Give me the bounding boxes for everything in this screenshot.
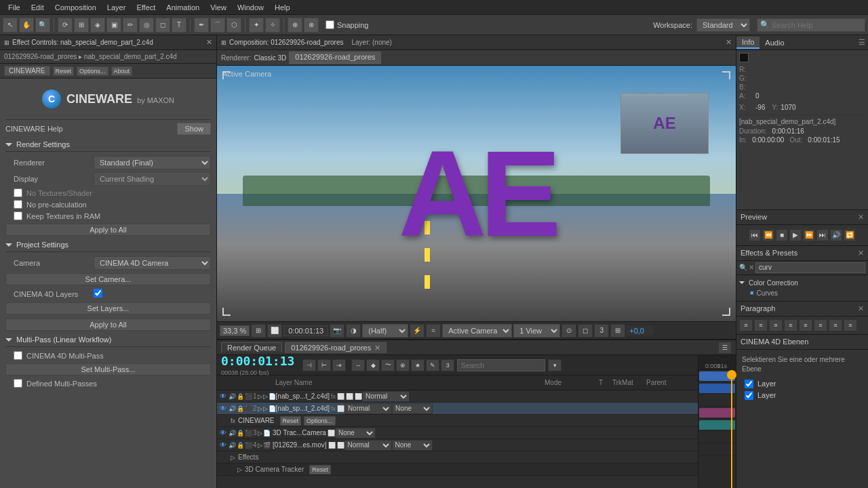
toggle-overlays-btn[interactable]: ⊙ xyxy=(561,324,576,338)
align-right-btn[interactable]: ≡ xyxy=(769,319,783,331)
layer-4-lock-icon[interactable]: 🔒 xyxy=(237,442,244,449)
menu-edit[interactable]: Edit xyxy=(26,2,50,13)
puppet-btn[interactable]: ✦ xyxy=(249,18,264,33)
tl-3d-btn[interactable]: 3 xyxy=(441,359,454,371)
layer-2-audio-icon[interactable]: 🔊 xyxy=(229,405,236,412)
layer-3-vis-icon[interactable]: 👁 xyxy=(218,429,228,436)
eraser-btn[interactable]: ◻ xyxy=(155,18,170,33)
color-correction-category[interactable]: Color Correction xyxy=(739,278,865,288)
tl-mask-btn[interactable]: ⊕ xyxy=(396,359,410,371)
snapping-check[interactable]: Snapping xyxy=(326,20,369,29)
layer-1-expand-icon[interactable]: ▷ xyxy=(263,393,268,400)
justify-btn[interactable]: ≡ xyxy=(784,319,797,331)
panel-close-btn[interactable]: ✕ xyxy=(206,38,212,47)
justify-right-btn[interactable]: ≡ xyxy=(829,319,842,331)
renderer-select[interactable]: Standard (Final) xyxy=(94,156,211,169)
set-camera-btn[interactable]: Set Camera... xyxy=(5,273,211,285)
snapshot-btn[interactable]: 📷 xyxy=(330,324,344,338)
justify-all-btn[interactable]: ≡ xyxy=(799,319,812,331)
info-tab[interactable]: Info xyxy=(736,37,760,49)
tl-paint-btn[interactable]: ✎ xyxy=(426,359,439,371)
help-show-btn[interactable]: Show xyxy=(177,123,211,135)
prev-play-btn[interactable]: ▶ xyxy=(789,229,802,241)
prev-stop-btn[interactable]: ■ xyxy=(776,229,788,241)
prev-audio-btn[interactable]: 🔊 xyxy=(830,229,842,241)
prev-last-btn[interactable]: ⏭ xyxy=(816,229,829,241)
justify-center-btn[interactable]: ≡ xyxy=(844,319,857,331)
set-multipass-btn[interactable]: Set Multi-Pass... xyxy=(5,363,211,375)
3d-btn[interactable]: 3 xyxy=(594,324,609,338)
tl-search-dropdown-btn[interactable]: ▾ xyxy=(548,359,561,371)
layer-4-mode-select[interactable]: Normal xyxy=(344,440,392,451)
comp-tab[interactable]: 012629926-road_prores xyxy=(289,52,381,64)
snapping-checkbox[interactable] xyxy=(326,20,334,29)
no-textures-check[interactable] xyxy=(14,188,22,197)
cineware-reset-btn[interactable]: Reset xyxy=(280,416,302,426)
menu-file[interactable]: File xyxy=(3,2,26,13)
c4d-layers-check[interactable] xyxy=(94,289,102,298)
set-layers-btn[interactable]: Set Layers... xyxy=(5,302,211,314)
audio-tab[interactable]: Audio xyxy=(760,37,789,48)
no-precalc-check[interactable] xyxy=(14,200,22,209)
layer-4-vis-icon[interactable]: 👁 xyxy=(218,441,228,449)
type-btn[interactable]: T xyxy=(172,18,186,33)
layer-2-solo-icon[interactable]: ▷ xyxy=(258,405,262,412)
tl-motion-btn[interactable]: ↔ xyxy=(351,359,365,371)
fast-preview-btn[interactable]: ⚡ xyxy=(410,324,425,338)
layer-3-lock-icon[interactable]: 🔒 xyxy=(237,430,244,436)
display-select[interactable]: Current Shading xyxy=(94,172,211,186)
layer-4-parent-select[interactable]: None xyxy=(392,440,433,451)
tracker-reset-btn[interactable]: Reset xyxy=(309,465,331,474)
layer-2-parent-select[interactable]: None xyxy=(392,403,433,414)
quality-select[interactable]: (Half) Full Quarter xyxy=(362,324,408,338)
c4d-layer-1-check[interactable] xyxy=(745,380,753,388)
tl-menu-btn[interactable]: ☰ xyxy=(718,342,732,354)
zoom-tool-btn[interactable]: 🔍 xyxy=(35,18,50,33)
prev-fwd-btn[interactable]: ⏩ xyxy=(803,229,815,241)
hand-tool-btn[interactable]: ✋ xyxy=(19,18,34,33)
keep-textures-check[interactable] xyxy=(14,211,22,220)
paint-btn[interactable]: ✏ xyxy=(123,18,138,33)
layer-1-solo-icon[interactable]: ▷ xyxy=(258,393,262,400)
tl-effect-btn[interactable]: ★ xyxy=(411,359,425,371)
workspace-select[interactable]: Standard All Panels Minimal xyxy=(696,18,750,32)
effects-triangle-icon[interactable]: ▷ xyxy=(231,454,235,461)
comp-close-btn[interactable]: ✕ xyxy=(726,38,732,47)
prev-loop-btn[interactable]: 🔁 xyxy=(844,229,856,241)
grid-btn[interactable]: ⊞ xyxy=(251,324,266,338)
apply-all-btn-2[interactable]: Apply to All xyxy=(5,319,211,331)
menu-window[interactable]: Window xyxy=(232,2,269,13)
layer-4-expand-icon[interactable]: ▷ xyxy=(258,442,262,449)
menu-layer[interactable]: Layer xyxy=(102,2,132,13)
menu-animation[interactable]: Animation xyxy=(161,2,205,13)
cineware-options-btn[interactable]: Options... xyxy=(304,416,336,426)
tl-in-btn[interactable]: ⊣ xyxy=(302,359,316,371)
magnet-btn[interactable]: ⊕ xyxy=(288,18,302,33)
c4d-multipass-check[interactable] xyxy=(14,351,22,360)
layer-3-audio-icon[interactable]: 🔊 xyxy=(229,430,236,436)
grid-btn-2[interactable]: ⊞ xyxy=(610,324,625,338)
menu-view[interactable]: View xyxy=(205,2,232,13)
menu-help[interactable]: Help xyxy=(269,2,296,13)
camera-dolly-btn[interactable]: ◈ xyxy=(90,18,105,33)
transparency-btn[interactable]: ◻ xyxy=(578,324,593,338)
justify-left-btn[interactable]: ≡ xyxy=(814,319,827,331)
tl-graph-btn[interactable]: 〜 xyxy=(381,359,395,371)
camera-orbit-btn[interactable]: ⟳ xyxy=(58,18,73,33)
comp-timeline-tab[interactable]: 012629926-road_prores ✕ xyxy=(285,342,387,353)
project-settings-header[interactable]: Project Settings xyxy=(5,238,211,252)
multipass-header[interactable]: Multi-Pass (Linear Workflow) xyxy=(5,333,211,347)
reset-btn[interactable]: Reset xyxy=(53,66,75,76)
puppet2-btn[interactable]: ✧ xyxy=(265,18,280,33)
playhead[interactable] xyxy=(731,370,732,488)
search-input[interactable] xyxy=(772,21,860,29)
ep-header-close[interactable]: ✕ xyxy=(858,249,864,258)
camera-view-select[interactable]: Active Camera xyxy=(442,324,512,338)
menu-composition[interactable]: Composition xyxy=(50,2,102,13)
camera-track-btn[interactable]: ⊞ xyxy=(74,18,89,33)
layer-2-lock-icon[interactable]: 🔒 xyxy=(237,405,244,412)
prev-back-btn[interactable]: ⏪ xyxy=(762,229,774,241)
ep-search-input[interactable] xyxy=(755,262,865,273)
options-btn[interactable]: Options... xyxy=(77,66,108,76)
render-btn[interactable]: ▣ xyxy=(106,18,121,33)
